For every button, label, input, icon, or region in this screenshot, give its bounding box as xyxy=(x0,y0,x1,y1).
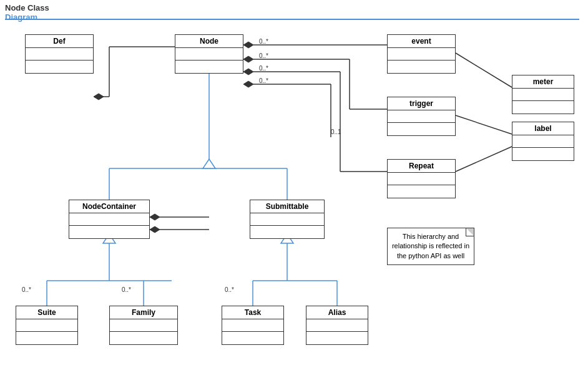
class-label: label xyxy=(512,122,574,161)
class-suite-section1 xyxy=(16,319,77,332)
class-node-section1 xyxy=(175,48,243,61)
svg-marker-28 xyxy=(150,226,160,233)
class-family-section2 xyxy=(110,332,177,344)
class-family-section1 xyxy=(110,319,177,332)
class-trigger-section1 xyxy=(388,110,455,123)
svg-text:0..*: 0..* xyxy=(122,286,131,293)
class-task: Task xyxy=(222,306,284,345)
svg-marker-15 xyxy=(243,81,253,87)
class-meter-header: meter xyxy=(512,75,574,89)
class-meter-section2 xyxy=(512,101,574,114)
title-line2: Diagram xyxy=(5,12,49,22)
svg-marker-25 xyxy=(203,159,215,168)
svg-marker-26 xyxy=(150,214,160,220)
class-meter-section1 xyxy=(512,89,574,101)
class-def-section2 xyxy=(26,61,93,73)
class-nodecontainer-section2 xyxy=(69,226,149,238)
class-nodecontainer: NodeContainer xyxy=(69,200,150,239)
class-def: Def xyxy=(25,34,94,74)
class-nodecontainer-section1 xyxy=(69,213,149,226)
class-event-section1 xyxy=(388,48,455,61)
class-trigger-section2 xyxy=(388,123,455,135)
class-family-header: Family xyxy=(110,306,177,319)
class-submittable-section1 xyxy=(250,213,324,226)
class-label-section2 xyxy=(512,148,574,160)
svg-text:0..*: 0..* xyxy=(259,38,268,45)
class-submittable: Submittable xyxy=(250,200,325,239)
svg-marker-4 xyxy=(243,42,253,48)
class-submittable-section2 xyxy=(250,226,324,238)
class-def-section1 xyxy=(26,48,93,61)
class-family: Family xyxy=(109,306,178,345)
class-alias-section1 xyxy=(306,319,368,332)
svg-marker-3 xyxy=(94,94,104,100)
svg-text:0..*: 0..* xyxy=(22,286,31,293)
class-label-section1 xyxy=(512,135,574,148)
class-task-section2 xyxy=(222,332,283,344)
class-label-header: label xyxy=(512,122,574,135)
class-repeat-section1 xyxy=(388,173,455,185)
note-box: This hierarchy and relationship is refle… xyxy=(387,228,474,265)
svg-line-20 xyxy=(456,147,512,172)
class-repeat: Repeat xyxy=(387,159,456,198)
class-alias: Alias xyxy=(306,306,368,345)
class-nodecontainer-header: NodeContainer xyxy=(69,200,149,213)
svg-text:0..*: 0..* xyxy=(225,286,234,293)
class-alias-header: Alias xyxy=(306,306,368,319)
svg-text:0..*: 0..* xyxy=(259,52,268,59)
class-event-header: event xyxy=(388,35,455,48)
class-suite-section2 xyxy=(16,332,77,344)
class-suite-header: Suite xyxy=(16,306,77,319)
svg-marker-7 xyxy=(243,56,253,62)
class-node-section2 xyxy=(175,61,243,73)
note-fold xyxy=(466,228,474,236)
class-def-header: Def xyxy=(26,35,93,48)
class-node: Node xyxy=(175,34,243,74)
class-suite: Suite xyxy=(16,306,78,345)
svg-line-19 xyxy=(456,115,512,134)
class-trigger-header: trigger xyxy=(388,97,455,110)
diagram-container: Node Class Diagram xyxy=(0,0,588,373)
class-event: event xyxy=(387,34,456,74)
note-text: This hierarchy and relationship is refle… xyxy=(392,233,469,259)
class-repeat-header: Repeat xyxy=(388,160,455,173)
class-task-section1 xyxy=(222,319,283,332)
svg-text:0..1: 0..1 xyxy=(331,128,341,135)
class-trigger: trigger xyxy=(387,97,456,136)
class-submittable-header: Submittable xyxy=(250,200,324,213)
class-task-header: Task xyxy=(222,306,283,319)
class-event-section2 xyxy=(388,61,455,73)
class-node-header: Node xyxy=(175,35,243,48)
svg-text:0..*: 0..* xyxy=(259,77,268,84)
class-repeat-section2 xyxy=(388,185,455,198)
svg-line-18 xyxy=(456,53,512,87)
svg-marker-11 xyxy=(243,69,253,75)
title-line1: Node Class xyxy=(5,3,49,12)
title-underline xyxy=(5,19,579,20)
svg-text:0..*: 0..* xyxy=(259,65,268,72)
class-alias-section2 xyxy=(306,332,368,344)
class-meter: meter xyxy=(512,75,574,114)
